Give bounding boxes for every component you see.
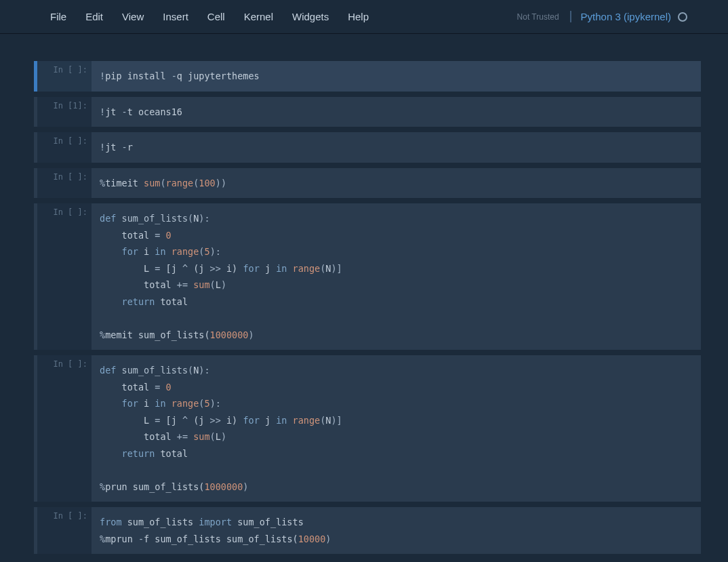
menu-insert[interactable]: Insert (153, 7, 198, 26)
input-prompt: In [ ]: (37, 507, 92, 554)
menu-file[interactable]: File (41, 7, 76, 26)
code-editor[interactable]: def sum_of_lists(N): total = 0 for i in … (92, 355, 701, 502)
menu-widgets[interactable]: Widgets (283, 7, 338, 26)
input-prompt: In [ ]: (37, 132, 92, 163)
code-cell[interactable]: In [ ]:%timeit sum(range(100)) (34, 168, 701, 199)
code-editor[interactable]: def sum_of_lists(N): total = 0 for i in … (92, 203, 701, 350)
menu-cell[interactable]: Cell (198, 7, 235, 26)
menubar: File Edit View Insert Cell Kernel Widget… (0, 0, 728, 34)
code-editor[interactable]: from sum_of_lists import sum_of_lists %m… (92, 507, 701, 554)
input-prompt: In [1]: (37, 97, 92, 127)
code-cell[interactable]: In [1]:!jt -t oceans16 (34, 97, 701, 127)
code-editor[interactable]: %timeit sum(range(100)) (92, 168, 701, 199)
not-trusted-label[interactable]: Not Trusted (517, 12, 565, 22)
code-cell[interactable]: In [ ]:!jt -r (34, 132, 701, 163)
code-cell[interactable]: In [ ]:!pip install -q jupyterthemes (34, 61, 701, 92)
code-cell[interactable]: In [ ]:def sum_of_lists(N): total = 0 fo… (34, 203, 701, 350)
input-prompt: In [ ]: (37, 355, 92, 502)
kernel-idle-icon[interactable] (678, 12, 687, 22)
code-cell[interactable]: In [ ]:from sum_of_lists import sum_of_l… (34, 507, 701, 554)
menu-edit[interactable]: Edit (76, 7, 113, 26)
notebook-area: In [ ]:!pip install -q jupyterthemesIn [… (0, 34, 728, 554)
menu-view[interactable]: View (113, 7, 153, 26)
input-prompt: In [ ]: (37, 203, 92, 350)
input-prompt: In [ ]: (37, 168, 92, 199)
input-prompt: In [ ]: (37, 61, 92, 92)
menu-help[interactable]: Help (338, 7, 378, 26)
code-editor[interactable]: !jt -t oceans16 (92, 97, 701, 127)
kernel-name[interactable]: Python 3 (ipykernel) (581, 11, 671, 22)
code-editor[interactable]: !jt -r (92, 132, 701, 163)
code-cell[interactable]: In [ ]:def sum_of_lists(N): total = 0 fo… (34, 355, 701, 502)
code-editor[interactable]: !pip install -q jupyterthemes (92, 61, 701, 92)
menu-kernel[interactable]: Kernel (235, 7, 283, 26)
kernel-info-wrap: Python 3 (ipykernel) (570, 11, 687, 22)
